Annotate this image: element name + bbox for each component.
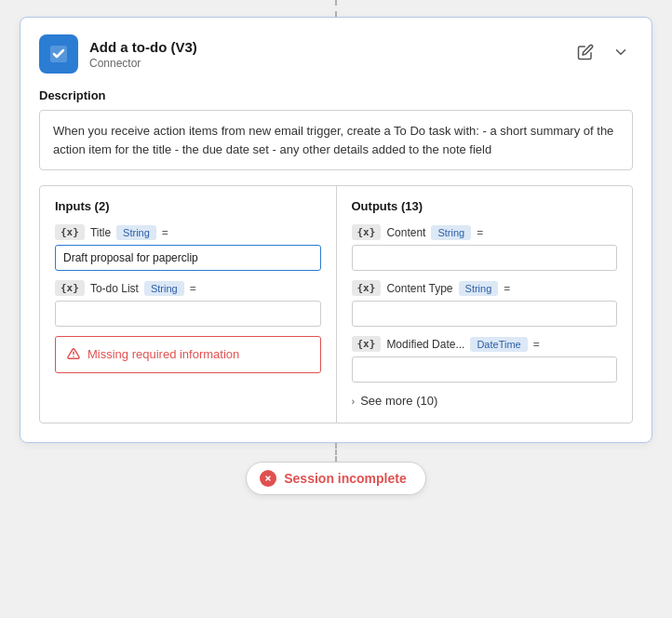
app-subtitle: Connector — [89, 57, 197, 70]
input-row-todolist: {x} To-do List String = — [55, 280, 321, 327]
var-tag-contenttype: {x} — [352, 280, 382, 296]
inputs-title: Inputs (2) — [55, 199, 321, 213]
output-row-contenttype: {x} Content Type String = — [352, 280, 618, 327]
session-error-icon — [260, 470, 276, 487]
output-row-content: {x} Content String = — [352, 224, 618, 271]
output-tag-row-modifieddate: {x} Modified Date... DateTime = — [352, 336, 618, 352]
var-tag-content: {x} — [352, 224, 382, 240]
card-header-right — [573, 42, 633, 67]
see-more-button[interactable]: › See more (10) — [352, 392, 618, 410]
app-info: Add a to-do (V3) Connector — [89, 39, 197, 70]
output-tag-row-contenttype: {x} Content Type String = — [352, 280, 618, 296]
session-badge: Session incomplete — [246, 462, 425, 495]
tag-label-modifieddate: Modified Date... — [386, 338, 464, 351]
see-more-label: See more (10) — [360, 394, 437, 408]
content-output[interactable] — [352, 245, 618, 271]
tag-eq-content: = — [477, 226, 483, 239]
inputs-column: Inputs (2) {x} Title String = {x} To- — [40, 186, 337, 423]
action-card: Add a to-do (V3) Connector — [20, 17, 652, 443]
warning-icon — [67, 347, 80, 363]
tag-type-title: String — [116, 225, 156, 240]
app-title: Add a to-do (V3) — [89, 39, 197, 55]
input-tag-row-todolist: {x} To-do List String = — [55, 280, 321, 296]
description-label: Description — [39, 88, 633, 102]
tag-eq-todolist: = — [190, 282, 196, 295]
input-tag-row-title: {x} Title String = — [55, 224, 321, 240]
tag-label-content: Content — [386, 226, 425, 239]
var-tag-modifieddate: {x} — [352, 336, 382, 352]
io-panel: Inputs (2) {x} Title String = {x} To- — [39, 185, 633, 423]
tag-label-contenttype: Content Type — [386, 282, 452, 295]
error-text: Missing required information — [87, 346, 239, 363]
tag-type-todolist: String — [144, 281, 184, 296]
session-text: Session incomplete — [284, 471, 406, 486]
tag-type-modifieddate: DateTime — [470, 337, 527, 352]
edit-button[interactable] — [573, 42, 598, 67]
modifieddate-output[interactable] — [352, 356, 618, 383]
tag-type-content: String — [431, 225, 471, 240]
contenttype-output[interactable] — [352, 301, 618, 327]
error-box: Missing required information — [55, 336, 321, 373]
description-text: When you receive action items from new e… — [39, 110, 633, 170]
connector-line-top — [335, 0, 337, 17]
chevron-right-icon: › — [352, 396, 356, 407]
card-header-left: Add a to-do (V3) Connector — [39, 34, 197, 74]
connector-line-bottom — [335, 443, 337, 462]
var-tag-todolist: {x} — [55, 280, 85, 296]
app-icon — [39, 34, 78, 74]
collapse-button[interactable] — [609, 42, 633, 67]
tag-eq-modifieddate: = — [533, 338, 540, 351]
card-header: Add a to-do (V3) Connector — [39, 34, 633, 74]
tag-type-contenttype: String — [459, 281, 499, 296]
tag-eq-contenttype: = — [504, 282, 510, 295]
output-row-modifieddate: {x} Modified Date... DateTime = — [352, 336, 618, 383]
outputs-column: Outputs (13) {x} Content String = {x} — [337, 186, 633, 423]
tag-label-title: Title — [90, 226, 111, 239]
tag-eq-title: = — [162, 226, 168, 239]
outputs-title: Outputs (13) — [352, 199, 618, 213]
tag-label-todolist: To-do List — [90, 282, 139, 295]
var-tag-title: {x} — [55, 224, 85, 240]
title-input[interactable] — [55, 245, 321, 271]
todolist-input[interactable] — [55, 301, 321, 327]
input-row-title: {x} Title String = — [55, 224, 321, 271]
output-tag-row-content: {x} Content String = — [352, 224, 618, 240]
